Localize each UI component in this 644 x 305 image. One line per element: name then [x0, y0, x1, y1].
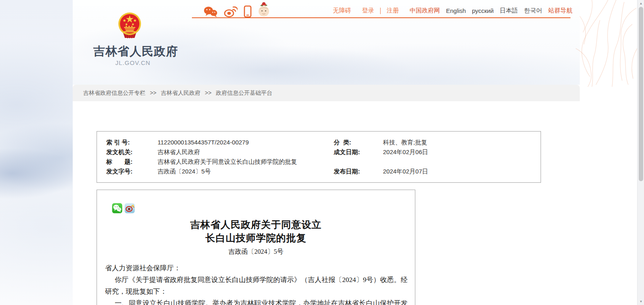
site-title: 吉林省人民政府 — [93, 44, 173, 60]
meta-value-title: 吉林省人民政府关于同意设立长白山技师学院的批复 — [158, 157, 334, 167]
meta-label-doc-number: 发文字号: — [106, 167, 158, 176]
meta-label-title: 标 题: — [106, 157, 158, 167]
lang-korean-link[interactable]: 한국어 — [524, 7, 542, 15]
document-content-box: 吉林省人民政府关于同意设立 长白山技师学院的批复 吉政函〔2024〕5号 省人力… — [97, 190, 415, 305]
social-icon-row — [203, 2, 270, 18]
site-group-nav-link[interactable]: 站群导航 — [548, 7, 572, 15]
document-metadata-box: 索 引 号: 1122000013544357T/2024-00279 分 类:… — [97, 131, 541, 183]
document-title-line2: 长白山技师学院的批复 — [206, 233, 307, 243]
gov-cn-link[interactable]: 中国政府网 — [410, 7, 440, 15]
breadcrumb-item-current-platform: 政府信息公开基础平台 — [216, 90, 272, 96]
breadcrumb-item-jilin-gov[interactable]: 吉林省人民政府 — [161, 90, 200, 96]
meta-value-category: 科技、教育;批复 — [383, 138, 541, 147]
breadcrumb: 吉林省政府信息公开专栏 >> 吉林省人民政府 >> 政府信息公开基础平台 — [73, 85, 580, 101]
meta-label-empty — [334, 157, 383, 167]
meta-label-date-written: 成文日期: — [334, 147, 383, 157]
breadcrumb-item-open-gov-column[interactable]: 吉林省政府信息公开专栏 — [83, 90, 145, 96]
meta-value-doc-number: 吉政函〔2024〕5号 — [158, 167, 334, 176]
document-paragraph: 一、同意设立长白山技师学院。举办者为吉林职业技术学院，办学地址在吉林省长白山保护… — [105, 297, 408, 305]
wechat-share-icon[interactable] — [112, 203, 122, 213]
top-navigation: 无障碍 登录 注册 中国政府网 English русский 日本語 한국어 … — [333, 7, 572, 15]
mobile-icon[interactable] — [244, 5, 252, 18]
national-emblem — [117, 12, 143, 40]
document-number: 吉政函〔2024〕5号 — [97, 248, 415, 256]
scrollbar-up-arrow[interactable]: ▲ — [638, 0, 644, 7]
register-link[interactable]: 注册 — [387, 7, 399, 15]
header-divider-line — [192, 17, 570, 18]
lang-japanese-link[interactable]: 日本語 — [500, 7, 518, 15]
content-panel: 吉林省政府信息公开专栏 >> 吉林省人民政府 >> 政府信息公开基础平台 索 引… — [73, 85, 580, 305]
document-paragraph: 你厅《关于提请省政府批复同意设立长白山技师学院的请示》（吉人社报〔2024〕9号… — [105, 274, 408, 297]
vertical-scrollbar[interactable]: ▲ ▼ — [637, 0, 644, 305]
breadcrumb-separator: >> — [205, 90, 211, 96]
wechat-icon[interactable] — [203, 6, 218, 18]
scrollbar-down-arrow[interactable]: ▼ — [638, 298, 644, 305]
weibo-share-icon[interactable] — [124, 203, 135, 213]
scrollbar-thumb[interactable] — [639, 7, 643, 181]
share-button-row — [112, 203, 415, 213]
meta-label-category: 分 类: — [334, 138, 383, 147]
meta-value-empty — [383, 157, 541, 167]
meta-label-date-published: 发布日期: — [334, 167, 383, 176]
document-body: 省人力资源社会保障厅： 你厅《关于提请省政府批复同意设立长白山技师学院的请示》（… — [97, 262, 415, 305]
breadcrumb-separator: >> — [150, 90, 156, 96]
document-title-line1: 吉林省人民政府关于同意设立 — [190, 219, 322, 230]
weibo-icon[interactable] — [224, 6, 238, 18]
mountain-background-left — [0, 0, 73, 305]
document-salutation: 省人力资源社会保障厅： — [105, 262, 408, 274]
lang-english-link[interactable]: English — [446, 7, 466, 14]
metadata-table: 索 引 号: 1122000013544357T/2024-00279 分 类:… — [106, 138, 541, 176]
mascot-icon[interactable] — [258, 2, 270, 18]
login-link[interactable]: 登录 — [362, 7, 374, 15]
meta-value-index-number: 1122000013544357T/2024-00279 — [158, 138, 334, 147]
accessibility-link[interactable]: 无障碍 — [333, 7, 351, 15]
meta-value-issuing-agency: 吉林省人民政府 — [158, 147, 334, 157]
meta-label-issuing-agency: 发文机关: — [106, 147, 158, 157]
meta-value-date-published: 2024年02月07日 — [383, 167, 541, 176]
floral-decoration — [576, 0, 637, 87]
page: 吉林省人民政府 JL.GOV.CN — [0, 0, 644, 305]
meta-label-index-number: 索 引 号: — [106, 138, 158, 147]
meta-value-date-written: 2024年02月06日 — [383, 147, 541, 157]
lang-russian-link[interactable]: русский — [472, 7, 494, 14]
document-title: 吉林省人民政府关于同意设立 长白山技师学院的批复 — [97, 218, 415, 245]
site-domain: JL.GOV.CN — [93, 59, 173, 66]
nav-divider — [380, 8, 381, 14]
